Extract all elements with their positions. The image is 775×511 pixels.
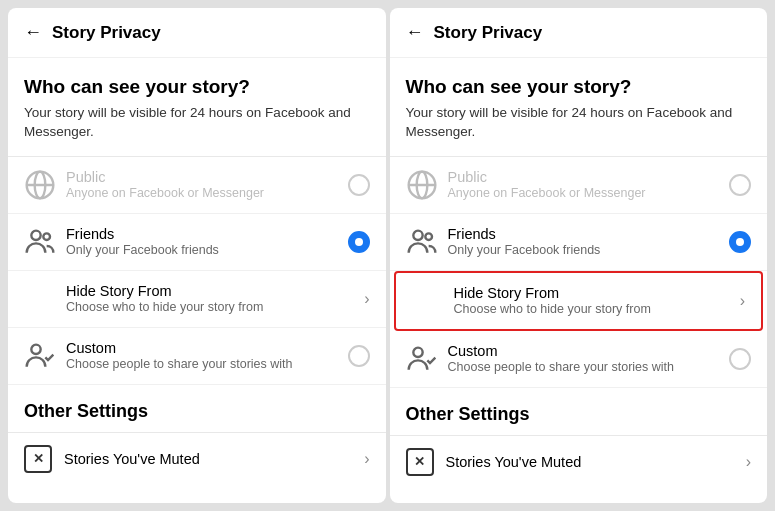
option-friends[interactable]: FriendsOnly your Facebook friends (8, 214, 386, 271)
mute-icon: ✕ (406, 448, 434, 476)
chevron-right-icon: › (364, 290, 369, 308)
who-subtext: Your story will be visible for 24 hours … (8, 102, 386, 156)
mute-icon: ✕ (24, 445, 52, 473)
friends-icon (24, 226, 56, 258)
radio-button[interactable] (729, 231, 751, 253)
option-public[interactable]: PublicAnyone on Facebook or Messenger (8, 157, 386, 214)
option-friends[interactable]: FriendsOnly your Facebook friends (390, 214, 768, 271)
option-text-group: CustomChoose people to share your storie… (448, 343, 730, 374)
chevron-right-icon: › (364, 450, 369, 468)
option-subtitle: Choose who to hide your story from (66, 300, 360, 314)
option-text-group: FriendsOnly your Facebook friends (66, 226, 348, 257)
panels-container: ←Story PrivacyWho can see your story?You… (0, 0, 775, 511)
radio-button[interactable] (729, 348, 751, 370)
option-subtitle: Only your Facebook friends (66, 243, 348, 257)
globe-icon (406, 169, 438, 201)
option-subtitle: Anyone on Facebook or Messenger (448, 186, 730, 200)
globe-icon (24, 169, 56, 201)
option-title: Public (66, 169, 348, 185)
custom-icon (406, 343, 438, 375)
option-title: Friends (448, 226, 730, 242)
option-subtitle: Anyone on Facebook or Messenger (66, 186, 348, 200)
custom-icon (24, 340, 56, 372)
option-custom[interactable]: CustomChoose people to share your storie… (390, 331, 768, 388)
svg-point-5 (31, 344, 40, 353)
svg-point-4 (43, 233, 50, 240)
option-subtitle: Choose people to share your stories with (448, 360, 730, 374)
chevron-right-icon: › (746, 453, 751, 471)
option-subtitle: Choose people to share your stories with (66, 357, 348, 371)
svg-point-3 (31, 230, 40, 239)
panel-header: ←Story Privacy (8, 8, 386, 58)
option-hide-story-from[interactable]: Hide Story FromChoose who to hide your s… (394, 271, 764, 331)
svg-point-9 (413, 230, 422, 239)
option-title: Hide Story From (454, 285, 736, 301)
who-heading: Who can see your story? (8, 58, 386, 102)
option-public[interactable]: PublicAnyone on Facebook or Messenger (390, 157, 768, 214)
radio-button[interactable] (348, 174, 370, 196)
option-text-group: CustomChoose people to share your storie… (66, 340, 348, 371)
back-button[interactable]: ← (24, 22, 42, 43)
option-title: Friends (66, 226, 348, 242)
friends-icon (406, 226, 438, 258)
option-title: Custom (66, 340, 348, 356)
panel-title: Story Privacy (52, 23, 161, 43)
option-hide-story-from[interactable]: Hide Story FromChoose who to hide your s… (8, 271, 386, 328)
who-subtext: Your story will be visible for 24 hours … (390, 102, 768, 156)
other-settings-heading: Other Settings (8, 385, 386, 432)
radio-button[interactable] (348, 231, 370, 253)
option-text-group: PublicAnyone on Facebook or Messenger (448, 169, 730, 200)
back-button[interactable]: ← (406, 22, 424, 43)
svg-point-11 (413, 347, 422, 356)
option-text-group: Hide Story FromChoose who to hide your s… (454, 285, 736, 316)
radio-button[interactable] (348, 345, 370, 367)
none-icon (24, 283, 56, 315)
stories-muted-item[interactable]: ✕Stories You've Muted› (8, 433, 386, 485)
panel-header: ←Story Privacy (390, 8, 768, 58)
option-text-group: PublicAnyone on Facebook or Messenger (66, 169, 348, 200)
option-subtitle: Only your Facebook friends (448, 243, 730, 257)
option-subtitle: Choose who to hide your story from (454, 302, 736, 316)
option-title: Custom (448, 343, 730, 359)
none-icon (412, 285, 444, 317)
other-settings-heading: Other Settings (390, 388, 768, 435)
chevron-right-icon: › (740, 292, 745, 310)
option-text-group: Hide Story FromChoose who to hide your s… (66, 283, 360, 314)
panel-body: Who can see your story?Your story will b… (390, 58, 768, 503)
panel-title: Story Privacy (434, 23, 543, 43)
option-title: Hide Story From (66, 283, 360, 299)
svg-point-10 (425, 233, 432, 240)
panel-right: ←Story PrivacyWho can see your story?You… (390, 8, 768, 503)
option-title: Public (448, 169, 730, 185)
stories-muted-item[interactable]: ✕Stories You've Muted› (390, 436, 768, 488)
panel-left: ←Story PrivacyWho can see your story?You… (8, 8, 386, 503)
panel-body: Who can see your story?Your story will b… (8, 58, 386, 503)
stories-muted-label: Stories You've Muted (64, 451, 360, 467)
option-text-group: FriendsOnly your Facebook friends (448, 226, 730, 257)
option-custom[interactable]: CustomChoose people to share your storie… (8, 328, 386, 385)
radio-button[interactable] (729, 174, 751, 196)
stories-muted-label: Stories You've Muted (446, 454, 742, 470)
who-heading: Who can see your story? (390, 58, 768, 102)
